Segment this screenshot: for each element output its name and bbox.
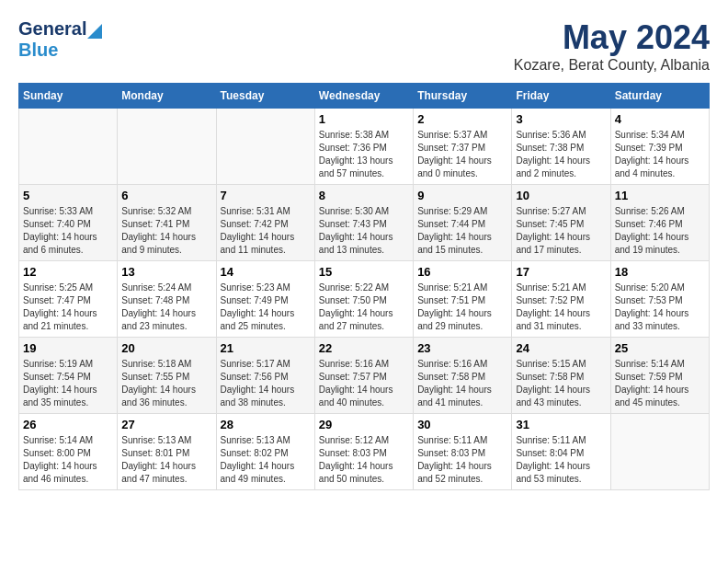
calendar-cell: 13Sunrise: 5:24 AM Sunset: 7:48 PM Dayli… — [118, 261, 216, 338]
calendar-cell: 2Sunrise: 5:37 AM Sunset: 7:37 PM Daylig… — [414, 109, 512, 185]
calendar-cell: 5Sunrise: 5:33 AM Sunset: 7:40 PM Daylig… — [19, 185, 118, 261]
cell-date: 2 — [417, 112, 507, 126]
cell-info: Sunrise: 5:32 AM Sunset: 7:41 PM Dayligh… — [121, 205, 211, 257]
calendar-cell: 24Sunrise: 5:15 AM Sunset: 7:58 PM Dayli… — [512, 338, 610, 414]
cell-date: 28 — [221, 418, 311, 431]
cell-info: Sunrise: 5:33 AM Sunset: 7:40 PM Dayligh… — [23, 205, 113, 257]
title-block: May 2024 Kozare, Berat County, Albania — [514, 18, 710, 74]
calendar-cell: 29Sunrise: 5:12 AM Sunset: 8:03 PM Dayli… — [314, 414, 413, 490]
day-header-saturday: Saturday — [610, 84, 709, 109]
calendar-cell: 9Sunrise: 5:29 AM Sunset: 7:44 PM Daylig… — [414, 185, 512, 261]
cell-date: 15 — [319, 265, 409, 279]
cell-date: 12 — [23, 265, 113, 279]
cell-info: Sunrise: 5:29 AM Sunset: 7:44 PM Dayligh… — [417, 205, 507, 257]
logo-general-text: General — [18, 18, 86, 40]
calendar-week-row: 26Sunrise: 5:14 AM Sunset: 8:00 PM Dayli… — [19, 414, 710, 490]
logo-icon — [87, 20, 102, 39]
cell-info: Sunrise: 5:12 AM Sunset: 8:03 PM Dayligh… — [319, 434, 409, 486]
cell-date: 13 — [121, 265, 211, 279]
calendar-cell — [118, 109, 216, 185]
cell-info: Sunrise: 5:16 AM Sunset: 7:58 PM Dayligh… — [417, 358, 507, 409]
location-title: Kozare, Berat County, Albania — [514, 57, 710, 74]
cell-info: Sunrise: 5:14 AM Sunset: 8:00 PM Dayligh… — [23, 434, 113, 486]
cell-date: 10 — [516, 189, 606, 202]
cell-info: Sunrise: 5:22 AM Sunset: 7:50 PM Dayligh… — [319, 282, 409, 333]
calendar-cell: 15Sunrise: 5:22 AM Sunset: 7:50 PM Dayli… — [314, 261, 413, 338]
calendar-cell: 17Sunrise: 5:21 AM Sunset: 7:52 PM Dayli… — [512, 261, 610, 338]
cell-date: 18 — [615, 265, 705, 279]
cell-date: 6 — [121, 189, 211, 202]
cell-info: Sunrise: 5:16 AM Sunset: 7:57 PM Dayligh… — [319, 358, 409, 409]
cell-info: Sunrise: 5:26 AM Sunset: 7:46 PM Dayligh… — [615, 205, 705, 257]
cell-info: Sunrise: 5:27 AM Sunset: 7:45 PM Dayligh… — [516, 205, 606, 257]
cell-date: 9 — [417, 189, 507, 202]
cell-date: 5 — [23, 189, 113, 202]
calendar-cell: 23Sunrise: 5:16 AM Sunset: 7:58 PM Dayli… — [414, 338, 512, 414]
calendar-cell: 26Sunrise: 5:14 AM Sunset: 8:00 PM Dayli… — [19, 414, 118, 490]
cell-info: Sunrise: 5:19 AM Sunset: 7:54 PM Dayligh… — [23, 358, 113, 409]
calendar-cell: 1Sunrise: 5:38 AM Sunset: 7:36 PM Daylig… — [314, 109, 413, 185]
calendar-cell: 16Sunrise: 5:21 AM Sunset: 7:51 PM Dayli… — [414, 261, 512, 338]
calendar-cell: 14Sunrise: 5:23 AM Sunset: 7:49 PM Dayli… — [216, 261, 314, 338]
calendar-cell — [19, 109, 118, 185]
cell-info: Sunrise: 5:36 AM Sunset: 7:38 PM Dayligh… — [516, 129, 606, 180]
cell-date: 24 — [516, 341, 606, 355]
cell-date: 30 — [417, 418, 507, 431]
cell-date: 27 — [121, 418, 211, 431]
calendar-week-row: 12Sunrise: 5:25 AM Sunset: 7:47 PM Dayli… — [19, 261, 710, 338]
cell-date: 7 — [221, 189, 311, 202]
cell-info: Sunrise: 5:20 AM Sunset: 7:53 PM Dayligh… — [615, 282, 705, 333]
cell-date: 19 — [23, 341, 113, 355]
calendar-header-row: SundayMondayTuesdayWednesdayThursdayFrid… — [19, 84, 710, 109]
cell-info: Sunrise: 5:25 AM Sunset: 7:47 PM Dayligh… — [23, 282, 113, 333]
calendar-week-row: 1Sunrise: 5:38 AM Sunset: 7:36 PM Daylig… — [19, 109, 710, 185]
calendar-cell: 20Sunrise: 5:18 AM Sunset: 7:55 PM Dayli… — [118, 338, 216, 414]
cell-date: 14 — [221, 265, 311, 279]
calendar-cell: 8Sunrise: 5:30 AM Sunset: 7:43 PM Daylig… — [314, 185, 413, 261]
cell-info: Sunrise: 5:13 AM Sunset: 8:02 PM Dayligh… — [221, 434, 311, 486]
calendar-cell: 28Sunrise: 5:13 AM Sunset: 8:02 PM Dayli… — [216, 414, 314, 490]
calendar-cell — [216, 109, 314, 185]
day-header-monday: Monday — [118, 84, 216, 109]
calendar-cell: 22Sunrise: 5:16 AM Sunset: 7:57 PM Dayli… — [314, 338, 413, 414]
calendar-cell: 3Sunrise: 5:36 AM Sunset: 7:38 PM Daylig… — [512, 109, 610, 185]
cell-info: Sunrise: 5:23 AM Sunset: 7:49 PM Dayligh… — [221, 282, 311, 333]
cell-info: Sunrise: 5:31 AM Sunset: 7:42 PM Dayligh… — [221, 205, 311, 257]
cell-info: Sunrise: 5:11 AM Sunset: 8:04 PM Dayligh… — [516, 434, 606, 486]
calendar-cell: 25Sunrise: 5:14 AM Sunset: 7:59 PM Dayli… — [610, 338, 709, 414]
day-header-thursday: Thursday — [414, 84, 512, 109]
calendar-cell: 11Sunrise: 5:26 AM Sunset: 7:46 PM Dayli… — [610, 185, 709, 261]
cell-info: Sunrise: 5:11 AM Sunset: 8:03 PM Dayligh… — [417, 434, 507, 486]
calendar-cell: 27Sunrise: 5:13 AM Sunset: 8:01 PM Dayli… — [118, 414, 216, 490]
cell-date: 3 — [516, 112, 606, 126]
calendar-cell: 19Sunrise: 5:19 AM Sunset: 7:54 PM Dayli… — [19, 338, 118, 414]
day-header-wednesday: Wednesday — [314, 84, 413, 109]
page-header: General Blue May 2024 Kozare, Berat Coun… — [18, 18, 710, 74]
day-header-friday: Friday — [512, 84, 610, 109]
cell-date: 21 — [221, 341, 311, 355]
day-header-sunday: Sunday — [19, 84, 118, 109]
cell-date: 1 — [319, 112, 409, 126]
cell-info: Sunrise: 5:15 AM Sunset: 7:58 PM Dayligh… — [516, 358, 606, 409]
cell-date: 11 — [615, 189, 705, 202]
cell-date: 29 — [319, 418, 409, 431]
calendar-cell — [610, 414, 709, 490]
calendar-cell: 6Sunrise: 5:32 AM Sunset: 7:41 PM Daylig… — [118, 185, 216, 261]
cell-info: Sunrise: 5:17 AM Sunset: 7:56 PM Dayligh… — [221, 358, 311, 409]
calendar-cell: 4Sunrise: 5:34 AM Sunset: 7:39 PM Daylig… — [610, 109, 709, 185]
cell-info: Sunrise: 5:18 AM Sunset: 7:55 PM Dayligh… — [121, 358, 211, 409]
day-header-tuesday: Tuesday — [216, 84, 314, 109]
calendar-cell: 18Sunrise: 5:20 AM Sunset: 7:53 PM Dayli… — [610, 261, 709, 338]
cell-info: Sunrise: 5:38 AM Sunset: 7:36 PM Dayligh… — [319, 129, 409, 180]
cell-date: 4 — [615, 112, 705, 126]
calendar-cell: 21Sunrise: 5:17 AM Sunset: 7:56 PM Dayli… — [216, 338, 314, 414]
cell-date: 31 — [516, 418, 606, 431]
calendar-cell: 7Sunrise: 5:31 AM Sunset: 7:42 PM Daylig… — [216, 185, 314, 261]
cell-info: Sunrise: 5:13 AM Sunset: 8:01 PM Dayligh… — [121, 434, 211, 486]
cell-info: Sunrise: 5:21 AM Sunset: 7:51 PM Dayligh… — [417, 282, 507, 333]
cell-info: Sunrise: 5:21 AM Sunset: 7:52 PM Dayligh… — [516, 282, 606, 333]
cell-date: 8 — [319, 189, 409, 202]
calendar-week-row: 19Sunrise: 5:19 AM Sunset: 7:54 PM Dayli… — [19, 338, 710, 414]
calendar-cell: 10Sunrise: 5:27 AM Sunset: 7:45 PM Dayli… — [512, 185, 610, 261]
cell-date: 16 — [417, 265, 507, 279]
